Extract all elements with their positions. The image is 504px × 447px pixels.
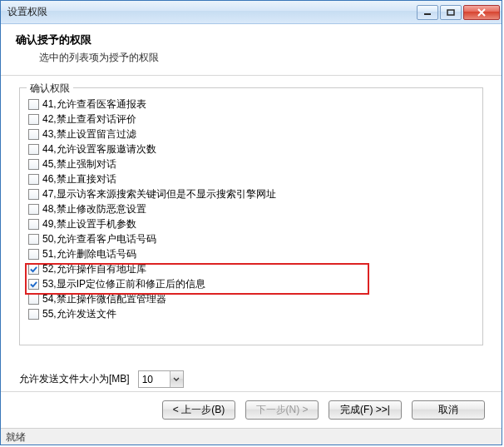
permissions-list[interactable]: 41,允许查看医客通报表42,禁止查看对话评价43,禁止设置留言过滤44,允许设… [23, 97, 479, 341]
list-item[interactable]: 43,禁止设置留言过滤 [25, 127, 477, 142]
minimize-button[interactable] [417, 5, 438, 20]
list-item-label: 50,允许查看客户电话号码 [42, 232, 156, 246]
wizard-header: 确认授予的权限 选中的列表项为授予的权限 [1, 24, 502, 76]
back-button[interactable]: < 上一步(B) [162, 400, 235, 420]
checkbox[interactable] [28, 129, 39, 140]
finish-button[interactable]: 完成(F) >>| [329, 400, 402, 420]
list-item[interactable]: 42,禁止查看对话评价 [25, 112, 477, 127]
checkbox[interactable] [28, 279, 39, 290]
list-item-label: 47,显示访客来源搜索关键词但是不显示搜索引擎网址 [42, 187, 276, 201]
list-item-label: 45,禁止强制对话 [42, 157, 116, 171]
checkbox[interactable] [28, 159, 39, 170]
window-title: 设置权限 [7, 5, 417, 19]
list-item[interactable]: 47,显示访客来源搜索关键词但是不显示搜索引擎网址 [25, 186, 477, 201]
list-item[interactable]: 46,禁止直接对话 [25, 171, 477, 186]
close-button[interactable] [463, 5, 500, 20]
svg-rect-1 [447, 10, 454, 15]
list-item[interactable]: 51,允许删除电话号码 [25, 246, 477, 261]
back-button-label: < 上一步(B) [173, 403, 225, 417]
list-item[interactable]: 50,允许查看客户电话号码 [25, 231, 477, 246]
minimize-icon [423, 9, 432, 16]
list-item[interactable]: 48,禁止修改防恶意设置 [25, 201, 477, 216]
main-panel: 确认权限 41,允许查看医客通报表42,禁止查看对话评价43,禁止设置留言过滤4… [1, 76, 502, 359]
file-size-row: 允许发送文件大小为[MB] 10 [1, 359, 502, 391]
checkbox[interactable] [28, 174, 39, 185]
list-item[interactable]: 55,允许发送文件 [25, 306, 477, 321]
list-item-label: 53,显示IP定位修正前和修正后的信息 [42, 277, 205, 291]
next-button: 下一步(N) > [245, 400, 319, 420]
list-item-label: 52,允许操作自有地址库 [42, 262, 146, 276]
checkbox[interactable] [28, 264, 39, 275]
checkbox[interactable] [28, 219, 39, 230]
list-item[interactable]: 54,禁止操作微信配置管理器 [25, 291, 477, 306]
checkbox[interactable] [28, 144, 39, 155]
page-title: 确认授予的权限 [16, 32, 487, 47]
checkbox[interactable] [28, 99, 39, 110]
list-item-label: 49,禁止设置手机参数 [42, 217, 136, 231]
list-item-label: 51,允许删除电话号码 [42, 247, 136, 261]
list-item-label: 48,禁止修改防恶意设置 [42, 202, 146, 216]
file-size-label: 允许发送文件大小为[MB] [19, 372, 130, 386]
list-item[interactable]: 44,允许设置客服邀请次数 [25, 142, 477, 156]
list-item[interactable]: 53,显示IP定位修正前和修正后的信息 [25, 276, 477, 291]
page-subtitle: 选中的列表项为授予的权限 [16, 51, 487, 65]
permissions-group: 确认权限 41,允许查看医客通报表42,禁止查看对话评价43,禁止设置留言过滤4… [19, 87, 483, 345]
list-item[interactable]: 52,允许操作自有地址库 [25, 261, 477, 276]
list-item[interactable]: 45,禁止强制对话 [25, 156, 477, 171]
status-bar: 就绪 [1, 428, 502, 445]
maximize-icon [447, 9, 455, 16]
dialog-body: 确认授予的权限 选中的列表项为授予的权限 确认权限 41,允许查看医客通报表42… [1, 24, 502, 445]
list-item[interactable]: 41,允许查看医客通报表 [25, 97, 477, 112]
file-size-combo[interactable]: 10 [138, 370, 184, 388]
finish-button-label: 完成(F) >>| [340, 403, 390, 417]
list-item[interactable]: 49,禁止设置手机参数 [25, 216, 477, 231]
list-item-label: 44,允许设置客服邀请次数 [42, 142, 156, 156]
cancel-button[interactable]: 取消 [412, 400, 485, 420]
list-item-label: 41,允许查看医客通报表 [42, 97, 146, 112]
maximize-button[interactable] [440, 5, 462, 20]
list-item-label: 55,允许发送文件 [42, 307, 116, 321]
titlebar[interactable]: 设置权限 [1, 1, 502, 24]
next-button-label: 下一步(N) > [256, 403, 309, 417]
checkbox[interactable] [28, 249, 39, 260]
file-size-value: 10 [139, 374, 170, 385]
window-controls [417, 5, 500, 20]
list-item-label: 42,禁止查看对话评价 [42, 112, 136, 127]
list-item-label: 43,禁止设置留言过滤 [42, 127, 136, 142]
wizard-buttons: < 上一步(B) 下一步(N) > 完成(F) >>| 取消 [1, 391, 502, 428]
combo-dropdown-button[interactable] [170, 371, 183, 387]
chevron-down-icon [173, 377, 180, 382]
checkbox[interactable] [28, 189, 39, 200]
checkbox[interactable] [28, 204, 39, 215]
checkbox[interactable] [28, 234, 39, 245]
cancel-button-label: 取消 [438, 403, 458, 417]
checkbox[interactable] [28, 114, 39, 125]
status-text: 就绪 [6, 431, 26, 443]
list-item-label: 46,禁止直接对话 [42, 172, 116, 186]
dialog-window: 设置权限 确认授予的权限 选中的列表项为授予的权限 确认权限 41,允许查看医客… [0, 0, 502, 445]
checkbox[interactable] [28, 309, 39, 320]
group-label: 确认权限 [27, 82, 73, 96]
close-icon [477, 8, 487, 17]
list-item-label: 54,禁止操作微信配置管理器 [42, 292, 166, 306]
checkbox[interactable] [28, 294, 39, 305]
